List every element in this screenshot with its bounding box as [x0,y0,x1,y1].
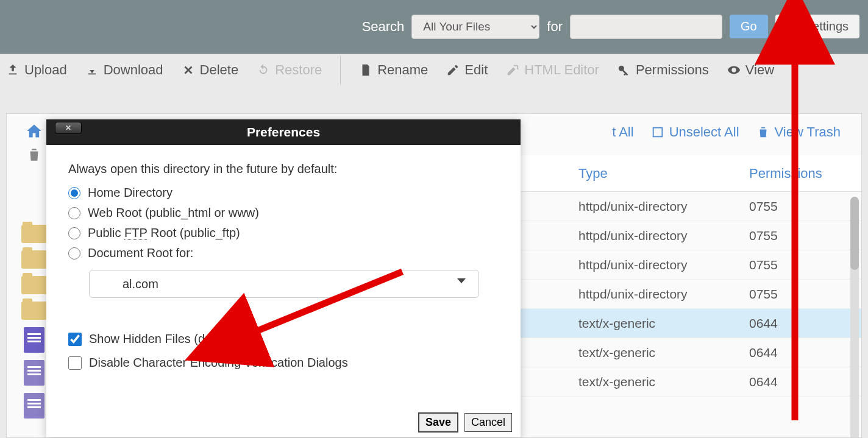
folder-icon[interactable] [21,225,47,243]
cell-permissions: 0644 [739,345,837,360]
cell-type: text/x-generic [569,375,739,389]
radio-input[interactable] [68,247,80,260]
column-type[interactable]: Type [569,166,739,182]
dialog-body: Always open this directory in the future… [46,145,521,407]
cancel-button[interactable]: Cancel [464,413,512,432]
eye-icon [727,63,741,77]
settings-button[interactable]: Settings [775,15,859,38]
pencil-icon [446,63,460,77]
edit-button[interactable]: Edit [446,62,488,78]
download-icon [85,63,99,77]
upload-icon [6,63,20,77]
download-button[interactable]: Download [85,62,163,78]
permissions-button[interactable]: Permissions [617,62,709,78]
html-editor-button[interactable]: HTML Editor [506,62,599,78]
select-all-button[interactable]: t All [612,124,633,140]
action-toolbar: Upload Download Delete Restore Rename Ed… [0,54,868,87]
view-button[interactable]: View [727,62,774,78]
scrollbar-thumb[interactable] [850,197,859,270]
dialog-close-button[interactable]: ✕ [55,122,82,134]
cell-permissions: 0755 [739,199,837,214]
cell-type: httpd/unix-directory [569,287,739,302]
trash-icon[interactable] [26,147,42,163]
home-icon[interactable] [26,122,43,140]
upload-button[interactable]: Upload [6,62,67,78]
for-label: for [547,19,563,35]
settings-label: Settings [805,19,848,34]
folder-icon[interactable] [21,302,47,320]
cell-type: httpd/unix-directory [569,199,739,214]
checkbox-show-hidden[interactable]: Show Hidden Files (dotfiles) [68,332,499,346]
cell-type: text/x-generic [569,345,739,360]
toolbar-divider [792,55,793,85]
cell-type: httpd/unix-directory [569,258,739,272]
folder-icon[interactable] [21,276,47,294]
cell-type: text/x-generic [569,316,739,331]
radio-input[interactable] [68,227,80,239]
square-icon [651,125,664,139]
key-icon [617,63,631,77]
cell-type: httpd/unix-directory [569,228,739,243]
default-dir-hint: Always open this directory in the future… [68,162,499,176]
delete-icon [182,63,195,77]
rename-button[interactable]: Rename [359,62,428,78]
folder-icon[interactable] [21,250,47,269]
file-icon[interactable] [24,327,44,353]
checkbox-disable-encoding[interactable]: Disable Character Encoding Verification … [68,356,499,370]
file-icon[interactable] [24,360,44,386]
html-editor-icon [506,63,519,77]
top-search-bar: Search All Your Files for Go Settings [0,0,868,54]
search-label: Search [362,19,405,35]
save-button[interactable]: Save [418,412,458,433]
view-trash-button[interactable]: View Trash [756,124,841,140]
gear-icon [786,20,800,34]
radio-public-ftp[interactable]: Public FTP Root (public_ftp) [68,226,499,240]
dialog-footer: Save Cancel [46,407,521,437]
checkbox-input[interactable] [68,356,82,370]
file-icon[interactable] [24,393,44,419]
search-scope-select[interactable]: All Your Files [411,15,539,39]
cell-permissions: 0755 [739,287,837,302]
cell-permissions: 0755 [739,258,837,272]
cell-permissions: 0644 [739,316,837,331]
radio-document-root[interactable]: Document Root for: [68,246,499,260]
column-permissions[interactable]: Permissions [739,166,837,182]
radio-web-root[interactable]: Web Root (public_html or www) [68,206,499,220]
file-icon [359,63,372,77]
radio-input[interactable] [68,207,80,219]
cell-permissions: 0755 [739,228,837,243]
document-root-select[interactable]: al.com [89,270,479,298]
preferences-dialog: ✕ Preferences Always open this directory… [46,119,521,437]
radio-home-directory[interactable]: Home Directory [68,186,499,200]
toolbar-divider [340,55,341,85]
svg-rect-0 [653,128,662,137]
checkbox-input[interactable] [68,333,82,346]
trash-icon [756,125,770,139]
search-input[interactable] [570,15,722,39]
unselect-all-button[interactable]: Unselect All [651,124,739,140]
dialog-title: Preferences [247,125,320,140]
cell-permissions: 0644 [739,375,837,389]
go-button[interactable]: Go [730,15,768,38]
restore-button[interactable]: Restore [257,62,322,78]
delete-button[interactable]: Delete [182,62,239,78]
restore-icon [257,63,270,77]
dialog-title-bar: ✕ Preferences [46,119,521,145]
radio-input[interactable] [68,187,80,199]
